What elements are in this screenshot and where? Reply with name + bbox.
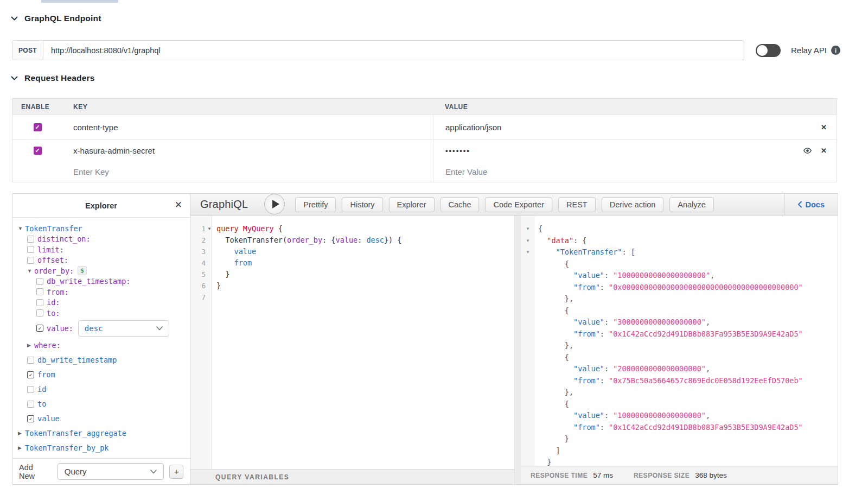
new-header-key-input[interactable] [73,167,397,176]
tree-item-label: order_by: [34,267,74,275]
request-headers-section-header[interactable]: Request Headers [11,73,95,83]
tree-item-to-[interactable]: to: [12,308,190,319]
code-line: } [216,269,514,280]
tree-item-tokentransfer[interactable]: ▼TokenTransfer [12,223,190,234]
field-checkbox[interactable] [27,357,34,364]
tree-item-limit-[interactable]: limit: [12,244,190,255]
fold-arrow-icon[interactable]: ▼ [521,235,535,247]
tree-item-from-[interactable]: from: [12,287,190,297]
collapse-arrow-icon[interactable]: ▼ [18,226,25,231]
toolbar-button-rest[interactable]: REST [558,197,596,212]
collapse-arrow-icon[interactable]: ▼ [27,268,34,274]
field-checkbox[interactable] [36,309,43,316]
query-variables-bar[interactable]: QUERY VARIABLES [190,469,514,484]
header-key[interactable]: x-hasura-admin-secret [61,146,433,155]
fold-arrow-icon[interactable]: ▼ [521,223,535,235]
remove-header-icon[interactable]: ✕ [821,123,827,131]
response-line: { [538,223,838,235]
header-value[interactable]: ••••••• [445,147,470,155]
toolbar-button-cache[interactable]: Cache [441,197,480,212]
close-icon[interactable]: ✕ [175,199,182,211]
field-checkbox[interactable]: ✓ [27,415,34,422]
editor-code[interactable]: query MyQuery { TokenTransfer(order_by: … [212,216,514,469]
tree-item-tokentransfer-aggregate[interactable]: ▶TokenTransfer_aggregate [12,426,190,441]
toolbar-button-analyze[interactable]: Analyze [669,197,714,212]
editor-scrollbar[interactable] [514,216,521,484]
eye-icon[interactable] [803,147,812,154]
add-new-type-select[interactable]: Query [58,463,164,480]
response-line: }, [538,340,838,352]
expand-arrow-icon[interactable]: ▶ [18,430,25,436]
query-editor[interactable]: 1▼234567 query MyQuery { TokenTransfer(o… [190,216,514,484]
field-checkbox[interactable] [27,386,34,393]
header-key[interactable]: content-type [61,123,433,132]
toolbar-button-explorer[interactable]: Explorer [389,197,435,212]
response-line: "from": "0x75Bc50a5664657c869Edc0E058d19… [538,375,838,387]
expand-arrow-icon[interactable]: ▶ [18,445,25,451]
relay-api-toggle[interactable] [756,44,781,57]
explorer-panel: Explorer ✕ ▼TokenTransferdistinct_on:lim… [12,194,190,484]
tree-item-value[interactable]: ✓value [12,411,190,426]
tree-item-label: TokenTransfer_aggregate [25,429,126,438]
tree-item-value-[interactable]: ✓value:desc [12,319,190,338]
code-line: TokenTransfer(order_by: {value: desc}) { [216,235,514,246]
response-line: "value": "2000000000000000000", [538,363,838,375]
toolbar-button-code-exporter[interactable]: Code Exporter [485,197,552,212]
field-checkbox[interactable]: ✓ [36,325,43,332]
editor-gutter: 1▼234567 [190,216,212,469]
response-line: { [538,258,838,270]
toolbar-button-prettify[interactable]: Prettify [295,197,336,212]
endpoint-url-input[interactable] [43,41,744,60]
tree-item-label: db_write_timestamp: [47,277,130,286]
field-checkbox[interactable] [36,278,43,285]
endpoint-section-header[interactable]: GraphQL Endpoint [11,14,101,23]
http-method-label: POST [12,41,43,60]
tree-item-to[interactable]: to [12,397,190,411]
info-icon[interactable]: i [831,46,840,55]
tree-item-db-write-timestamp-[interactable]: db_write_timestamp: [12,276,190,287]
tree-item-db-write-timestamp[interactable]: db_write_timestamp [12,353,190,368]
tree-item-order-by-[interactable]: ▼order_by:$ [12,265,190,276]
response-line: } [538,457,838,466]
expand-arrow-icon[interactable]: ▶ [27,343,34,348]
enable-checkbox[interactable]: ✓ [34,147,42,155]
explorer-header: Explorer ✕ [12,194,190,218]
tree-item-from[interactable]: ✓from [12,368,190,382]
tree-item-offset-[interactable]: offset: [12,255,190,266]
add-operation-button[interactable]: + [169,465,183,479]
new-header-value-input[interactable] [445,167,797,176]
fold-arrow-icon[interactable]: ▼ [521,246,535,258]
toolbar-button-derive-action[interactable]: Derive action [602,197,664,212]
header-value[interactable]: application/json [445,123,501,132]
hasura-graphiql-page: { "icons": { "remove": "✕", "close": "✕"… [0,0,868,494]
toolbar-button-history[interactable]: History [342,197,382,212]
graphiql-topbar: GraphiQL PrettifyHistoryExplorerCacheCod… [190,194,838,216]
tree-item-where-[interactable]: ▶where: [12,338,190,353]
remove-header-icon[interactable]: ✕ [821,147,827,155]
tree-item-id[interactable]: id [12,382,190,397]
tree-item-label: limit: [37,245,64,254]
field-checkbox[interactable] [36,299,43,306]
fold-arrow-icon[interactable]: ▼ [207,223,212,235]
tree-item-label: offset: [37,256,68,264]
tree-item-distinct-on-[interactable]: distinct_on: [12,234,190,245]
docs-link[interactable]: Docs [784,194,838,215]
field-checkbox[interactable] [27,236,34,243]
line-number: 7 [190,292,212,303]
tree-item-label: from [37,370,55,379]
field-checkbox[interactable] [27,246,34,253]
graphiql-toolbar-buttons: PrettifyHistoryExplorerCacheCode Exporte… [295,197,714,212]
enable-checkbox[interactable]: ✓ [34,123,42,131]
variable-badge[interactable]: $ [78,266,87,275]
query-variables-label: QUERY VARIABLES [215,473,289,481]
field-checkbox[interactable] [36,288,43,295]
field-checkbox[interactable] [27,257,34,264]
tree-item-id-[interactable]: id: [12,297,190,308]
execute-query-button[interactable] [264,194,285,214]
response-code: { "data": { "TokenTransfer": [ { "value"… [535,216,838,466]
enum-select-desc[interactable]: desc [78,320,169,337]
field-checkbox[interactable] [27,401,34,408]
tree-item-tokentransfer-by-pk[interactable]: ▶TokenTransfer_by_pk [12,441,190,455]
field-checkbox[interactable]: ✓ [27,371,34,378]
response-line: { [538,305,838,317]
